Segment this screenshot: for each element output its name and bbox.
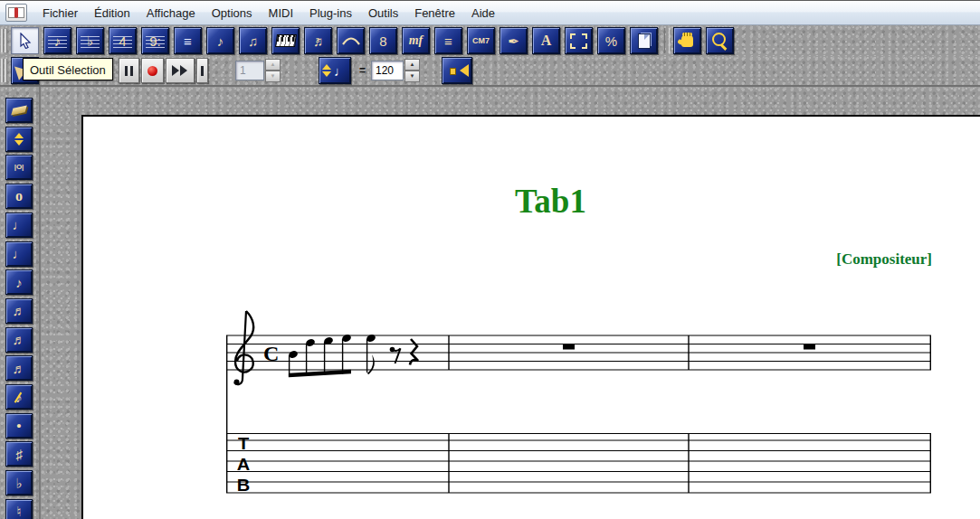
note-pitch-arrows-button[interactable] — [5, 127, 33, 152]
eraser-tool-icon — [11, 105, 27, 115]
tab-lines — [226, 434, 931, 494]
text-tool-button[interactable]: A — [532, 27, 560, 54]
signature-quill-button[interactable]: ✒ — [500, 27, 528, 54]
quarter-rest — [410, 339, 418, 365]
eighth-note-button[interactable]: ♪ — [5, 269, 33, 295]
whole-note-button[interactable]: o — [5, 184, 33, 209]
spin-up-icon[interactable]: ▲ — [404, 59, 420, 71]
menu-item-fichier[interactable]: Fichier — [34, 3, 86, 24]
sixtyfourth-note-button[interactable]: ♬ — [5, 355, 33, 381]
toolbar-separator — [664, 28, 670, 53]
note-entry-button[interactable]: ♪ — [206, 27, 234, 54]
keyboard-button[interactable] — [271, 27, 300, 54]
toolbar-grip-icon[interactable] — [1, 59, 8, 82]
tempo-spinner[interactable]: ▲ ▼ — [404, 59, 420, 82]
zoom-tool-button[interactable] — [706, 27, 734, 54]
sharp-button[interactable]: ♯ — [5, 441, 33, 467]
key-signature-icon: ♭ — [87, 34, 93, 48]
key-signature-button[interactable]: ♭ — [76, 27, 104, 54]
speaker-icon — [449, 63, 465, 78]
thirtysecond-note-button[interactable]: ♬ — [5, 327, 33, 353]
thirtysecond-note-icon: ♬ — [13, 333, 26, 346]
whole-note-icon: o — [15, 189, 23, 203]
score-page[interactable]: Tab1 [Compositeur] — [81, 115, 980, 519]
flat-button[interactable]: ♭ — [5, 470, 33, 495]
time-signature-text: C — [263, 342, 279, 365]
quarter-note-button[interactable]: ♩ — [5, 241, 33, 267]
app-book-icon[interactable] — [5, 4, 27, 22]
notation-staff[interactable]: C — [83, 117, 980, 519]
toolbar-grip-icon[interactable] — [1, 29, 8, 52]
dotted-note-button[interactable]: • — [5, 413, 33, 439]
forward-button[interactable] — [166, 58, 195, 83]
tempo-note-button[interactable]: ♩ — [319, 57, 351, 84]
sixteenth-note-button[interactable]: ♬ — [5, 298, 33, 324]
ottava-button[interactable]: 8 — [369, 27, 397, 54]
workspace[interactable]: Tab1 [Compositeur] — [41, 87, 980, 519]
measure-number-field[interactable]: 1 — [235, 61, 264, 80]
menu-item-outils[interactable]: Outils — [360, 3, 406, 24]
triplet-button[interactable]: ♫3 — [304, 27, 332, 54]
score-display-icon: ♪ — [54, 34, 62, 48]
menu-bar: FichierÉditionAffichageOptionsMIDIPlug-i… — [0, 0, 980, 25]
half-note-button[interactable]: ♩ — [5, 212, 33, 238]
spin-down-icon[interactable]: ▼ — [265, 71, 281, 82]
eraser-tool-button[interactable] — [5, 98, 33, 123]
lyrics-button[interactable]: ≡ — [434, 27, 462, 54]
grace-note-button[interactable]: ♪ — [5, 384, 33, 410]
note-pitch-arrows-icon — [14, 133, 24, 146]
measure-spinner[interactable]: ▲ ▼ — [265, 59, 281, 82]
sharp-icon: ♯ — [15, 448, 23, 461]
marker-button[interactable] — [196, 58, 208, 83]
score-display-button[interactable]: ♪ — [43, 27, 71, 54]
treble-clef-icon — [234, 311, 254, 385]
app-body: |O|o♩♩♪♬♬♬♪•♯♭♮ Tab1 [Compositeur] — [0, 87, 980, 519]
transport-toolbar: 1 ▲ ▼ ♩ = 120 ▲ ▼ Outil Sélection — [0, 56, 980, 87]
slur-button[interactable] — [337, 27, 365, 54]
clipboard-button[interactable] — [630, 27, 658, 54]
bar-icon — [201, 66, 204, 76]
record-button[interactable] — [141, 58, 164, 83]
hand-tool-button[interactable] — [673, 27, 701, 54]
selection-marquee-button[interactable] — [565, 27, 593, 54]
pause-button[interactable] — [119, 58, 139, 83]
selection-tool-button[interactable] — [11, 27, 39, 54]
menu-item-dition[interactable]: Édition — [86, 3, 138, 24]
bass-clef-icon: 9: — [149, 34, 161, 48]
sixtyfourth-note-icon: ♬ — [13, 362, 26, 375]
pause-icon — [125, 66, 133, 76]
breve-note-button[interactable]: |O| — [5, 155, 33, 180]
chord-names-button[interactable]: CM7 — [467, 27, 495, 54]
menu-item-affichage[interactable]: Affichage — [138, 3, 204, 24]
dynamics-button[interactable]: mf — [402, 27, 430, 54]
menu-item-aide[interactable]: Aide — [463, 3, 503, 24]
time-signature-button[interactable]: 4 — [109, 27, 137, 54]
natural-icon: ♮ — [16, 505, 21, 518]
menu-item-plugins[interactable]: Plug-ins — [301, 3, 360, 24]
whole-rest — [563, 344, 575, 350]
percent-scale-button[interactable]: % — [597, 27, 625, 54]
menu-item-midi[interactable]: MIDI — [261, 3, 301, 24]
eighth-note — [366, 334, 376, 374]
note-effects-button[interactable]: ♫ — [239, 27, 267, 54]
tab-letter: A — [233, 456, 253, 475]
bar-lines — [227, 335, 931, 493]
speaker-button[interactable] — [442, 57, 472, 84]
menu-item-options[interactable]: Options — [204, 3, 261, 24]
menu-item-fentre[interactable]: Fenêtre — [406, 3, 463, 24]
note-entry-icon: ♪ — [217, 34, 224, 48]
fast-forward-icon — [172, 65, 188, 76]
tempo-arrows-icon — [322, 64, 331, 77]
menu-items: FichierÉditionAffichageOptionsMIDIPlug-i… — [34, 3, 503, 24]
staff-settings-button[interactable]: ≡ — [174, 27, 202, 54]
bass-clef-button[interactable]: 9: — [141, 27, 169, 54]
whole-rest — [804, 344, 815, 350]
tempo-field[interactable]: 120 — [371, 61, 404, 80]
spin-down-icon[interactable]: ▼ — [404, 71, 420, 82]
record-icon — [147, 66, 157, 76]
spin-up-icon[interactable]: ▲ — [265, 59, 281, 71]
dotted-note-icon: • — [16, 419, 21, 432]
note-effects-icon: ♫ — [248, 34, 258, 48]
tab-letter: B — [233, 477, 253, 495]
natural-button[interactable]: ♮ — [5, 499, 33, 519]
